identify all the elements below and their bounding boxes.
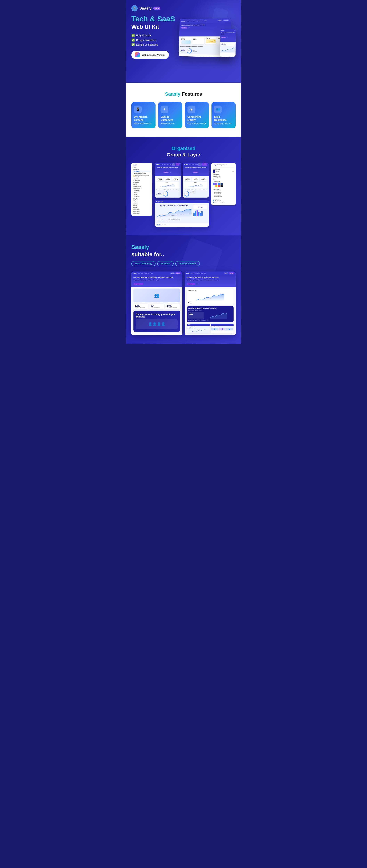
figma-icon: F xyxy=(135,53,140,57)
feature-desc-4: Typography, Color, etc xyxy=(214,122,233,125)
color-styles-section: Color Styles xyxy=(213,181,234,187)
feature-2: Design Guidelines xyxy=(136,39,156,41)
layer-item-jobs: Jobs Details xyxy=(133,190,151,191)
bottom-screen-nav: Dashboard xyxy=(155,200,209,203)
mockup-hero-text: Advanced analytics to grow your business xyxy=(181,24,229,26)
stat-card-2: Sales $603.5 xyxy=(192,37,204,44)
panel-tab-inspect[interactable]: Inspect xyxy=(223,164,227,166)
org-screen-2: Saasly Home About Pricing Sign in Start … xyxy=(182,163,209,197)
mockup-nav-links: Home About Pricing Blog Jobs Pages xyxy=(186,20,207,22)
panel-tab-prototype[interactable]: Prototype xyxy=(217,164,223,166)
color-purple xyxy=(215,183,217,185)
text-styles-section: Text Styles Heading Mobile Heading Deskt… xyxy=(213,174,234,180)
feature-icon-2: ✦ xyxy=(161,105,168,113)
mini-screen-2: Optimize marketing xyxy=(210,323,233,334)
check-icon-3: ✅ xyxy=(131,43,135,46)
mini-screen-1: Saasly Our tools dedicate Lorem ipsum do… xyxy=(187,323,210,334)
feature-icon-1: 📱 xyxy=(134,105,142,113)
stat-val-2: $603.5 xyxy=(193,39,203,40)
bar-chart xyxy=(193,210,207,216)
mini-line-chart xyxy=(205,39,216,43)
people-image: 👥 xyxy=(134,288,180,302)
panel-tab-design[interactable]: Design xyxy=(213,164,217,166)
version-badge: v1.0 xyxy=(153,7,160,10)
tag-saas: SaaS Technology xyxy=(131,261,156,266)
org-chart-1: $801.5 xyxy=(156,182,179,189)
ss-hero-1: Our tools dedicate to make your bussines… xyxy=(131,275,182,287)
layer-item-help2: Help Center 2 xyxy=(133,185,151,187)
ss-nav-1: Saasly Home About Pricing Blog Pages Sig… xyxy=(131,272,182,275)
feature-3: Design Components xyxy=(136,43,158,46)
feature-1: Fully Editable xyxy=(136,34,151,37)
layer-item-contact: Contact xyxy=(133,177,151,179)
org-screen-nav-2: Saasly Home About Pricing Sign in Start … xyxy=(182,163,209,166)
feature-card-1: 📱 60+ Modern Screens Web & Mobile Versio… xyxy=(131,102,156,128)
org-line-chart xyxy=(157,184,178,187)
org-screen-hero-1: Advanced analytics to grow your business… xyxy=(155,166,181,176)
layer-item-faq1: FAQ 1 xyxy=(133,183,151,185)
hero-section: S Saasly v1.0 Tech & SaaS Web UI Kit ✅Fu… xyxy=(126,0,241,83)
brand-name: Saasly xyxy=(139,6,151,10)
layer-item-blog2: Blog2 xyxy=(133,202,151,204)
analytics-chart xyxy=(188,292,232,301)
tag-business: Business xyxy=(157,261,173,266)
bottom-screen-content: We make it easy to track all data analyt… xyxy=(155,203,209,223)
mobile-content: Total $25,295 xyxy=(220,42,236,54)
layer-item-jobs1: Jobs1 xyxy=(133,192,151,193)
effect-styles-section: Effect Styles ○ Shadow Large ○ Shadow Me… xyxy=(213,189,234,197)
sv-people-image: 👤👤👤👤 xyxy=(136,319,177,329)
mockup-nav-logo: Saasly xyxy=(181,20,186,22)
color-white xyxy=(213,185,215,187)
ss-nav-2: Saasly Home About Pricing Blog Pages Sig… xyxy=(185,272,236,275)
suitable-screen-2: Saasly Home About Pricing Blog Pages Sig… xyxy=(185,272,236,335)
mobile-analytics-inset: Advanced analytics to grow your business… xyxy=(187,306,234,322)
org-chart-2: $801.5 xyxy=(184,182,207,189)
layer-item: —Cover— xyxy=(133,168,151,170)
strong-values-card: Strong values that bring great with your… xyxy=(134,311,180,332)
hero-title-line2: Web UI Kit xyxy=(131,24,177,30)
layer-item-mobile: 📱 Mobile Responsive xyxy=(133,173,151,175)
organized-subtitle: Group & Layer xyxy=(131,152,236,158)
features-section: Saasly Features 📱 60+ Modern Screens Web… xyxy=(126,83,241,137)
feature-title-1: 60+ Modern Screens xyxy=(134,115,153,122)
hero-mockup-area: Saasly Home About Pricing Blog Jobs Page… xyxy=(181,15,236,76)
check-icon-1: ✅ xyxy=(131,34,135,37)
hero-title-line1: Tech & SaaS xyxy=(131,15,175,23)
layer-item-jobs-d: Jobs Details xyxy=(133,196,151,198)
color-yellow xyxy=(215,185,217,187)
check-icon-2: ✅ xyxy=(131,38,135,42)
features-grid: 📱 60+ Modern Screens Web & Mobile Versio… xyxy=(131,102,236,128)
ss-content-2: Total $79.00 k $12.3m xyxy=(185,287,236,335)
mockup-start-btn: Start Now xyxy=(181,27,187,29)
organized-layout: Layers Pages —Cover— 🖥 Desktop 📱 Mobile … xyxy=(131,163,236,227)
color-red xyxy=(218,185,220,187)
suitable-title: Saasly xyxy=(131,244,236,250)
org-line-chart-2 xyxy=(185,184,206,187)
progress-circle: 66% xyxy=(187,48,192,54)
color-black xyxy=(221,185,223,187)
layer-item-hp1: Homepage1 xyxy=(133,213,151,214)
grid-styles-section: Grid Styles 12 gutter 24 Mobile xyxy=(213,198,234,203)
ss-content-1: 👥 120K Report Automation 30+ Fully Integ… xyxy=(131,287,182,334)
layer-item-help1: Help Center 1 xyxy=(133,187,151,189)
ss-stat-2: 30+ Fully Integrations xyxy=(149,304,164,309)
feature-title-4: Style Guidelines xyxy=(214,115,233,122)
feature-desc-2: Editable Elements xyxy=(161,122,180,125)
bottom-chart xyxy=(156,207,192,218)
bottom-screen-footer: SaaS Learn More → xyxy=(155,223,209,227)
brand-logo-icon: S xyxy=(131,5,138,11)
organized-section: Organized Group & Layer Layers Pages —Co… xyxy=(126,137,241,236)
feature-icon-4: 👥 xyxy=(214,105,222,113)
bottom-content-side: Monthly $12.3m xyxy=(193,205,207,221)
feature-title-2: Easy to Customize xyxy=(161,115,180,122)
feature-icon-3: ◈ xyxy=(188,105,195,113)
stat-val-1: $74,546 xyxy=(181,39,191,40)
bottom-mini-row: Saasly Our tools dedicate Lorem ipsum do… xyxy=(187,323,234,334)
org-screen-content-1: Revenue$74,546 Sales$603.5 Orders$200.40… xyxy=(155,176,181,197)
bottom-content-main: We make it easy to track all data analyt… xyxy=(156,205,192,221)
cta-button[interactable]: F Web & Mobile Version xyxy=(131,51,169,59)
layer-item-jobs2: Jobs2 xyxy=(133,194,151,196)
color-deep-blue xyxy=(221,183,223,185)
mobile-hero: Advanced analytics to grow your business… xyxy=(220,31,236,42)
layers-panel: Layers Pages —Cover— 🖥 Desktop 📱 Mobile … xyxy=(131,163,152,216)
